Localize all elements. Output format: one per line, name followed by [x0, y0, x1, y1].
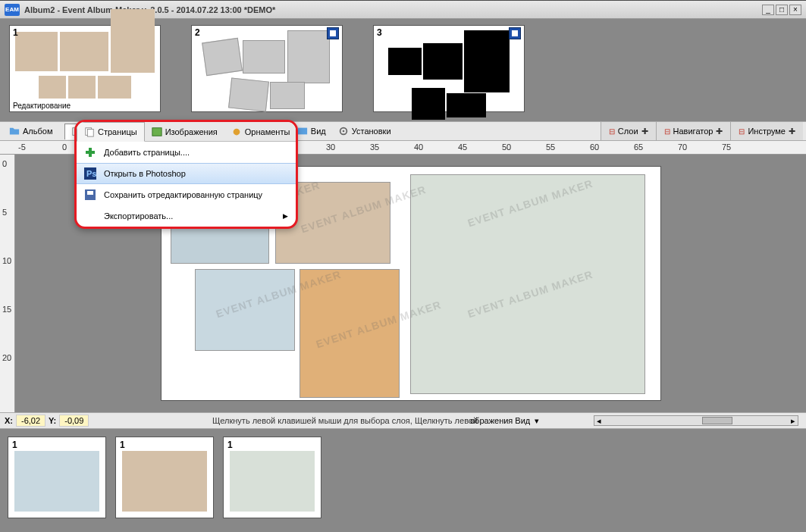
- minimize-button[interactable]: _: [762, 5, 774, 15]
- svg-rect-10: [152, 127, 162, 136]
- maximize-button[interactable]: □: [776, 5, 788, 15]
- page-thumbnails-row: 1 Редактирование 2 3: [0, 19, 806, 121]
- canvas-image[interactable]: [410, 174, 645, 394]
- svg-rect-9: [87, 130, 93, 137]
- page-thumb-2[interactable]: 2: [191, 25, 343, 112]
- pages-dropdown: Страницы Изображения Орнаменты Добавить …: [74, 120, 298, 229]
- menu-settings[interactable]: Установки: [332, 124, 397, 139]
- dd-export[interactable]: Экспортировать... ▶: [77, 205, 296, 227]
- image-icon: [152, 127, 162, 137]
- thumb-caption: Редактирование: [10, 102, 160, 111]
- ornament-icon: [231, 127, 242, 137]
- plus-icon: [84, 146, 96, 158]
- dd-save-edited[interactable]: Сохранить отредактированную страницу: [77, 184, 296, 205]
- dd-tab-images[interactable]: Изображения: [145, 122, 224, 141]
- folder-icon: [9, 126, 20, 136]
- scrollbar-thumb[interactable]: [702, 417, 732, 424]
- dd-add-pages[interactable]: Добавить страницы....: [77, 142, 296, 163]
- svg-point-11: [233, 128, 240, 135]
- view-icon: [297, 126, 308, 136]
- page-thumb-1[interactable]: 1 Редактирование: [9, 25, 161, 112]
- dd-open-photoshop[interactable]: Ps Открыть в Photoshop: [77, 163, 296, 184]
- ruler-vertical: 0 5 10 15 20: [0, 155, 15, 412]
- x-label: X:: [5, 416, 13, 425]
- photoshop-icon: Ps: [84, 167, 96, 180]
- save-icon: [84, 189, 96, 201]
- close-button[interactable]: ×: [789, 5, 801, 15]
- y-value: -0,09: [59, 415, 89, 427]
- statusbar: X: -6,02 Y: -0,09 Щелкнуть левой клавише…: [0, 412, 806, 429]
- pin-icon: ⊟: [609, 127, 615, 136]
- status-hint: Щелкнуть левой клавишей мыши для выбора …: [212, 416, 478, 425]
- dd-tab-ornaments[interactable]: Орнаменты: [224, 122, 297, 141]
- svg-text:Ps: Ps: [86, 169, 96, 178]
- svg-rect-5: [298, 128, 307, 135]
- blank-icon: [84, 210, 96, 222]
- thumb-number: 2: [195, 27, 200, 38]
- tab-tools[interactable]: ⊟Инструме✚: [730, 122, 803, 140]
- app-icon: EAM: [5, 4, 20, 16]
- dd-tab-pages[interactable]: Страницы: [77, 122, 145, 142]
- svg-rect-13: [86, 151, 95, 154]
- tab-layers[interactable]: ⊟Слои✚: [601, 122, 656, 140]
- chevron-right-icon: ▶: [283, 212, 288, 220]
- view-dropdown[interactable]: ображения Вид▾: [470, 416, 539, 426]
- pin-icon: ⊟: [739, 127, 745, 136]
- gallery-thumb[interactable]: 1: [223, 437, 321, 518]
- save-icon[interactable]: [509, 27, 521, 39]
- gallery-thumb[interactable]: 1: [115, 437, 214, 518]
- horizontal-scrollbar[interactable]: ◂▸: [594, 415, 798, 426]
- canvas-image[interactable]: [300, 269, 400, 398]
- gallery-thumb[interactable]: 1: [8, 437, 106, 518]
- chevron-down-icon: ▾: [535, 416, 539, 426]
- page-thumb-3[interactable]: 3: [373, 25, 525, 112]
- pin-icon: ⊟: [664, 127, 670, 136]
- x-value: -6,02: [16, 415, 45, 427]
- tab-navigator[interactable]: ⊟Навигатор✚: [656, 122, 731, 140]
- pages-icon: [84, 127, 95, 137]
- svg-rect-17: [87, 191, 93, 195]
- image-gallery: 1 1 1: [0, 429, 806, 527]
- save-icon[interactable]: [327, 27, 339, 39]
- svg-point-7: [342, 130, 344, 133]
- thumb-number: 3: [377, 27, 382, 38]
- y-label: Y:: [49, 416, 56, 425]
- menu-album[interactable]: Альбом: [3, 124, 58, 139]
- gear-icon: [338, 126, 349, 136]
- canvas-image[interactable]: [195, 269, 295, 351]
- thumb-number: 1: [13, 27, 18, 38]
